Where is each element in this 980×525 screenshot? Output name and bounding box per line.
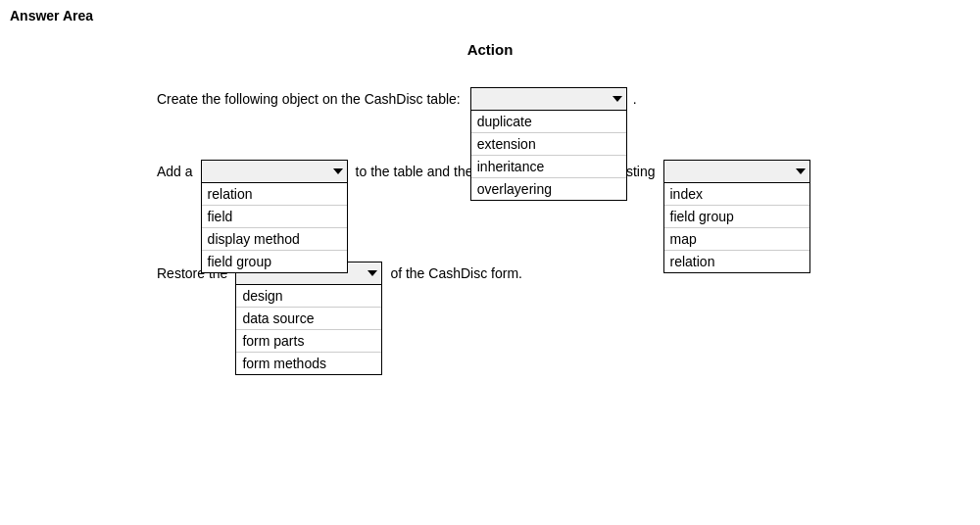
q1-dropdown[interactable]: duplicate extension inheritance overlaye… (470, 87, 627, 111)
q3-dropdown-list: design data source form parts form metho… (235, 285, 382, 375)
page-title: Answer Area (0, 0, 980, 31)
q2-dropdown-right[interactable]: index field group map relation (663, 160, 810, 183)
list-item[interactable]: display method (202, 228, 347, 251)
q2-dropdown-left-list: relation field display method field grou… (201, 183, 348, 273)
list-item[interactable]: index (664, 183, 809, 206)
q1-label: Create the following object on the CashD… (157, 87, 461, 111)
q2-dropdown-left-trigger[interactable] (201, 160, 348, 183)
list-item[interactable]: design (236, 285, 381, 308)
list-item[interactable]: overlayering (471, 178, 626, 200)
q2-dropdown-left[interactable]: relation field display method field grou… (201, 160, 348, 183)
q2-dropdown-right-list: index field group map relation (663, 183, 810, 273)
list-item[interactable]: form methods (236, 353, 381, 374)
q2-dropdown-right-trigger[interactable] (663, 160, 810, 183)
list-item[interactable]: extension (471, 133, 626, 156)
list-item[interactable]: field (202, 206, 347, 228)
list-item[interactable]: field group (664, 206, 809, 228)
section-title: Action (20, 41, 960, 58)
list-item[interactable]: relation (664, 251, 809, 272)
q1-period: . (633, 87, 637, 111)
q2-label-before: Add a (157, 160, 193, 183)
q3-label-after: of the CashDisc form. (390, 262, 522, 285)
question-1-row: Create the following object on the CashD… (157, 87, 960, 111)
q1-dropdown-list: duplicate extension inheritance overlaye… (470, 111, 627, 201)
dropdown-arrow-icon (333, 168, 343, 174)
dropdown-arrow-icon (612, 96, 622, 102)
list-item[interactable]: form parts (236, 330, 381, 353)
list-item[interactable]: map (664, 228, 809, 251)
list-item[interactable]: relation (202, 183, 347, 206)
list-item[interactable]: inheritance (471, 156, 626, 178)
dropdown-arrow-icon (368, 270, 377, 276)
list-item[interactable]: duplicate (471, 111, 626, 133)
dropdown-arrow-icon (796, 168, 806, 174)
list-item[interactable]: field group (202, 251, 347, 272)
list-item[interactable]: data source (236, 308, 381, 330)
q1-dropdown-trigger[interactable] (470, 87, 627, 111)
